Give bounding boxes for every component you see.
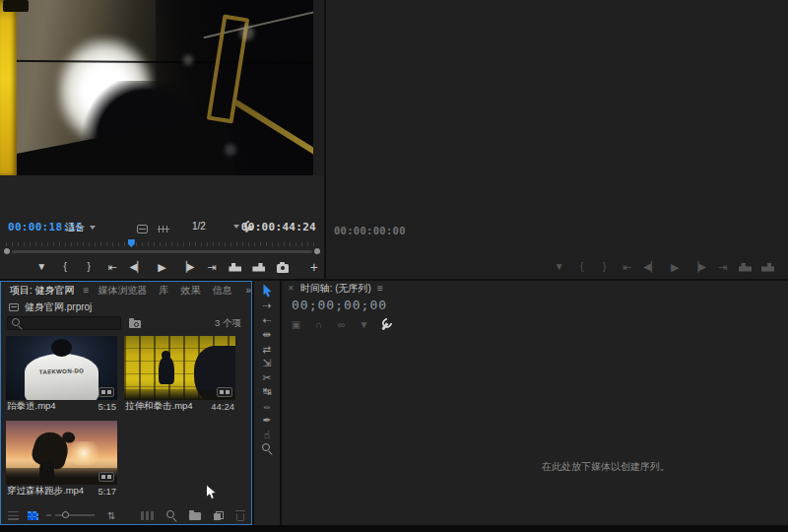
snap-toggle-button[interactable]: ∩ xyxy=(312,317,325,333)
step-forward-button[interactable]: ▕▶ xyxy=(179,259,194,275)
drag-audio-button[interactable] xyxy=(157,221,169,236)
delete-button[interactable] xyxy=(236,508,244,522)
source-monitor-panel: 00:00:18:15 适合 1/2 00:00:44:24 ▼{}⇤◀▏▶▕▶… xyxy=(0,0,324,279)
add-marker-button[interactable]: ▼ xyxy=(35,259,48,275)
extract-button[interactable] xyxy=(761,259,774,275)
playback-resolution-select[interactable]: 1/2 xyxy=(192,221,239,232)
new-bin-icon xyxy=(189,512,201,520)
thumbnail-view-icon xyxy=(28,511,38,520)
search-input[interactable] xyxy=(26,317,116,329)
tab-overflow-icon[interactable]: » xyxy=(245,285,251,296)
zoom-level-select[interactable]: 适合 xyxy=(65,221,96,234)
track-select-forward-tool[interactable]: ⇢ xyxy=(257,299,277,313)
new-item-button[interactable] xyxy=(214,508,224,522)
selection-tool[interactable] xyxy=(257,285,277,299)
panel-tab[interactable]: 项目: 健身官网 xyxy=(5,282,80,299)
mark-out-button[interactable]: } xyxy=(598,259,611,275)
play-button[interactable]: ▶ xyxy=(156,259,168,275)
timeline-drop-zone[interactable]: 在此处放下媒体以创建序列。 xyxy=(282,332,788,525)
rate-stretch-tool[interactable]: ⇲ xyxy=(257,357,277,370)
go-to-out-button[interactable]: ⇥ xyxy=(205,259,218,275)
project-panel-tabs: 项目: 健身官网≡媒体浏览器库效果信息字幕» xyxy=(1,282,251,299)
play-button[interactable]: ▶ xyxy=(669,259,682,275)
search-bin-icon[interactable] xyxy=(129,320,141,328)
step-back-button[interactable]: ◀▏ xyxy=(643,259,658,275)
premiere-pro-window: 00:00:18:15 适合 1/2 00:00:44:24 ▼{}⇤◀▏▶▕▶… xyxy=(0,0,788,532)
slide-tool[interactable]: ⇔ xyxy=(257,399,277,413)
automate-sequence-button[interactable] xyxy=(141,508,154,522)
button-editor-add-button[interactable]: + xyxy=(310,257,318,277)
source-time-ruler[interactable] xyxy=(6,239,318,246)
drag-video-button[interactable] xyxy=(136,221,149,236)
timeline-close-icon[interactable]: ✕ xyxy=(288,284,295,293)
timeline-add-marker-button[interactable]: ▼ xyxy=(358,317,370,333)
mark-in-icon: { xyxy=(63,262,66,272)
step-forward-button[interactable]: ▕▶ xyxy=(691,259,706,275)
new-bin-button[interactable] xyxy=(189,508,201,522)
panel-tab[interactable]: 字幕 xyxy=(238,282,243,299)
program-current-timecode: 00:00:00:00 xyxy=(334,225,406,236)
go-to-in-button[interactable]: ⇤ xyxy=(621,259,633,275)
source-video-preview[interactable] xyxy=(0,0,313,175)
slip-tool[interactable]: ↹ xyxy=(257,385,277,399)
linked-selection-button[interactable]: ∞ xyxy=(335,317,348,333)
search-box[interactable] xyxy=(7,316,121,330)
mark-in-button[interactable]: { xyxy=(59,259,72,275)
panel-tab[interactable]: 效果 xyxy=(175,282,205,299)
hand-tool[interactable]: ☝ xyxy=(257,428,277,441)
go-to-in-icon: ⇤ xyxy=(108,262,117,273)
scrollbar-right-handle[interactable] xyxy=(314,248,320,254)
panel-tab[interactable]: 媒体浏览器 xyxy=(93,282,152,299)
rolling-edit-tool[interactable]: ⇄ xyxy=(257,342,277,356)
export-frame-button[interactable] xyxy=(276,259,289,275)
panel-tab[interactable]: 库 xyxy=(154,282,173,299)
clip-name[interactable]: 跆拳道.mp4 xyxy=(7,400,56,413)
thumbnail-view-button[interactable] xyxy=(28,508,38,522)
nest-toggle-button[interactable]: ▣ xyxy=(290,317,302,333)
ripple-edit-tool[interactable]: ⇹ xyxy=(257,328,277,342)
step-back-button[interactable]: ◀▏ xyxy=(130,259,145,275)
mark-in-button[interactable]: { xyxy=(575,259,588,275)
clip-thumbnail[interactable] xyxy=(124,336,235,400)
go-to-out-icon: ⇥ xyxy=(718,262,727,273)
mark-out-button[interactable]: } xyxy=(83,259,96,275)
thumbnail-zoom-slider[interactable] xyxy=(55,514,95,516)
list-view-button[interactable] xyxy=(8,508,19,522)
go-to-out-button[interactable]: ⇥ xyxy=(716,259,729,275)
program-transport-controls: ▼{}⇤◀▏▶▕▶⇥ xyxy=(326,257,788,277)
panel-menu-icon[interactable]: ≡ xyxy=(84,285,90,296)
panel-tab[interactable]: 信息 xyxy=(207,282,236,299)
clip-name[interactable]: 拉伸和拳击.mp4 xyxy=(125,400,193,413)
clip-item[interactable]: 穿过森林跑步.mp45:17 xyxy=(6,421,117,498)
lift-button[interactable] xyxy=(739,259,752,275)
scrollbar-left-handle[interactable] xyxy=(4,248,10,254)
timeline-tab-row: ✕ 时间轴: (无序列) ≡ xyxy=(282,281,788,296)
playhead-marker[interactable] xyxy=(128,239,135,247)
clip-item[interactable]: 拉伸和拳击.mp444:24 xyxy=(124,336,235,413)
panel-edge xyxy=(313,0,324,175)
add-marker-button[interactable]: ▼ xyxy=(553,259,565,275)
timeline-settings-button[interactable] xyxy=(380,317,393,333)
go-to-in-button[interactable]: ⇤ xyxy=(106,259,119,275)
find-button[interactable] xyxy=(166,508,176,522)
clip-thumbnail[interactable] xyxy=(6,421,117,485)
source-zoom-scrollbar[interactable] xyxy=(4,247,320,255)
razor-tool[interactable]: ✂ xyxy=(257,370,277,384)
pen-tool[interactable]: ✒ xyxy=(257,414,277,428)
panel-menu-icon[interactable]: ≡ xyxy=(377,283,383,294)
mark-out-icon: } xyxy=(603,262,606,272)
track-select-backward-tool[interactable]: ⇠ xyxy=(257,313,277,327)
timeline-tab[interactable]: 时间轴: (无序列) xyxy=(300,282,371,296)
clip-thumbnail[interactable]: TAEKWON-DO xyxy=(6,336,117,400)
go-to-in-icon: ⇤ xyxy=(623,262,631,273)
sort-button[interactable]: ⇅ xyxy=(107,508,115,522)
slider-knob[interactable] xyxy=(62,511,69,518)
step-back-icon: ◀▏ xyxy=(643,262,658,272)
clip-item[interactable]: TAEKWON-DO跆拳道.mp45:15 xyxy=(6,336,117,413)
insert-button[interactable] xyxy=(229,259,241,275)
search-icon xyxy=(12,318,22,328)
overwrite-button[interactable] xyxy=(252,259,265,275)
project-file-row[interactable]: 健身官网.prproj xyxy=(1,299,251,314)
clip-name[interactable]: 穿过森林跑步.mp4 xyxy=(7,485,84,498)
zoom-tool[interactable] xyxy=(257,442,277,456)
